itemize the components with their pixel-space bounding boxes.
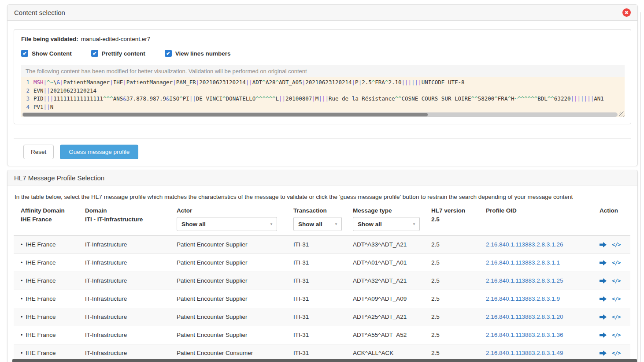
column-message-type: Message type Show all ▼ [352, 206, 430, 236]
cell-actor: Patient Encounter Supplier [176, 290, 292, 308]
view-profile-code-icon[interactable]: </> [612, 313, 621, 320]
profile-selection-header: HL7 Message Profile Selection [7, 170, 637, 186]
code-line: 2EVN||20210623120214 [23, 87, 625, 95]
show-content-checkbox[interactable]: ✔ Show Content [21, 50, 72, 57]
file-label: File being validated: [21, 36, 78, 42]
validate-with-profile-arrow-icon[interactable] [600, 242, 607, 248]
cell-hl7-version: 2.5 [430, 308, 485, 326]
cell-transaction: ITI-31 [292, 272, 352, 290]
checkbox-checked-icon[interactable]: ✔ [165, 50, 172, 57]
cell-transaction: ITI-31 [292, 308, 352, 326]
cell-actor: Patient Encounter Supplier [176, 254, 292, 272]
cell-action: </> [599, 326, 630, 344]
bullet-icon: • [21, 350, 22, 356]
view-profile-code-icon[interactable]: </> [612, 259, 621, 266]
validate-with-profile-arrow-icon[interactable] [600, 314, 607, 320]
cell-message-type: ADT^A55^ADT_A52 [352, 326, 430, 344]
view-profile-code-icon[interactable]: </> [612, 350, 621, 356]
code-line: 3PID|||111111111111111^^^ANS&37.878.987.… [23, 95, 625, 103]
cell-actor: Patient Encounter Supplier [176, 236, 292, 254]
view-profile-code-icon[interactable]: </> [612, 295, 621, 302]
cell-profile-oid: 2.16.840.1.113883.2.8.3.1.26 [485, 236, 599, 254]
line-number: 2 [23, 87, 30, 95]
cell-domain: IT-Infrastructure [84, 326, 176, 344]
cell-message-type: ADT^A09^ADT_A09 [352, 290, 430, 308]
file-content-box: File being validated:manual-edited-conte… [14, 29, 631, 124]
cell-action: </> [599, 290, 630, 308]
table-row[interactable]: •IHE France IT-Infrastructure Patient En… [14, 254, 630, 272]
cell-affinity-domain: •IHE France [14, 254, 84, 272]
code-lines[interactable]: 1MSH|^~\&|PatientManager|IHE|PatientMana… [21, 77, 625, 112]
view-profile-code-icon[interactable]: </> [612, 332, 621, 338]
table-row[interactable]: •IHE France IT-Infrastructure Patient En… [14, 290, 630, 308]
page-horizontal-scrollbar-thumb[interactable] [12, 359, 637, 362]
view-profile-code-icon[interactable]: </> [612, 277, 621, 284]
prettify-content-checkbox[interactable]: ✔ Prettify content [91, 50, 145, 57]
transaction-filter-select[interactable]: Show all ▼ [293, 217, 342, 231]
column-profile-oid: Profile OID [485, 206, 599, 236]
cell-hl7-version: 2.5 [430, 272, 485, 290]
scrollbar-track[interactable] [22, 112, 618, 117]
column-transaction: Transaction Show all ▼ [292, 206, 352, 236]
column-action: Action [599, 206, 630, 236]
table-row[interactable]: •IHE France IT-Infrastructure Patient En… [14, 326, 630, 344]
file-name: manual-edited-content.er7 [81, 36, 151, 42]
profile-oid-link[interactable]: 2.16.840.1.113883.2.8.3.1.1 [486, 259, 560, 266]
profile-oid-link[interactable]: 2.16.840.1.113883.2.8.3.1.25 [486, 277, 563, 284]
cell-hl7-version: 2.5 [430, 290, 485, 308]
view-profile-code-icon[interactable]: </> [612, 241, 621, 248]
validate-with-profile-arrow-icon[interactable] [600, 332, 607, 338]
validate-with-profile-arrow-icon[interactable] [600, 296, 607, 302]
checkbox-checked-icon[interactable]: ✔ [91, 50, 98, 57]
file-being-validated: File being validated:manual-edited-conte… [21, 36, 625, 42]
profile-oid-link[interactable]: 2.16.840.1.113883.2.8.3.1.26 [486, 241, 563, 248]
cell-profile-oid: 2.16.840.1.113883.2.8.3.1.36 [485, 326, 599, 344]
cell-domain: IT-Infrastructure [84, 254, 176, 272]
cell-domain: IT-Infrastructure [84, 272, 176, 290]
column-domain: Domain ITI - IT-Infrastructure [84, 206, 176, 236]
cell-domain: IT-Infrastructure [84, 308, 176, 326]
line-number: 1 [23, 78, 30, 87]
guess-message-profile-button[interactable]: Guess message profile [60, 145, 138, 159]
chevron-down-icon: ▼ [412, 222, 416, 226]
profile-oid-link[interactable]: 2.16.840.1.113883.2.8.3.1.49 [486, 350, 563, 356]
cell-actor: Patient Encounter Supplier [176, 326, 292, 344]
scrollbar-thumb[interactable] [23, 113, 428, 116]
message-type-filter-select[interactable]: Show all ▼ [353, 217, 420, 231]
content-selection-footer: Reset Guess message profile [14, 138, 631, 166]
cell-affinity-domain: •IHE France [14, 290, 84, 308]
resize-handle-icon[interactable] [619, 112, 625, 117]
profile-oid-link[interactable]: 2.16.840.1.113883.2.8.3.1.20 [486, 313, 563, 320]
cell-profile-oid: 2.16.840.1.113883.2.8.3.1.9 [485, 290, 599, 308]
profile-oid-link[interactable]: 2.16.840.1.113883.2.8.3.1.36 [486, 332, 563, 338]
cell-hl7-version: 2.5 [430, 326, 485, 344]
cell-actor: Patient Encounter Supplier [176, 272, 292, 290]
profile-oid-link[interactable]: 2.16.840.1.113883.2.8.3.1.9 [486, 295, 560, 302]
content-selection-body: File being validated:manual-edited-conte… [7, 21, 637, 166]
cell-message-type: ADT^A33^ADT_A21 [352, 236, 430, 254]
close-icon[interactable]: ✖ [622, 8, 631, 17]
validate-with-profile-arrow-icon[interactable] [600, 350, 607, 356]
table-row[interactable]: •IHE France IT-Infrastructure Patient En… [14, 272, 630, 290]
reset-button[interactable]: Reset [23, 145, 54, 159]
code-line: 1MSH|^~\&|PatientManager|IHE|PatientMana… [23, 78, 625, 87]
cell-domain: IT-Infrastructure [84, 236, 176, 254]
table-row[interactable]: •IHE France IT-Infrastructure Patient En… [14, 236, 630, 254]
cell-actor: Patient Encounter Supplier [176, 308, 292, 326]
validate-with-profile-arrow-icon[interactable] [600, 260, 607, 266]
cell-affinity-domain: •IHE France [14, 236, 84, 254]
page-vertical-scrollbar-track[interactable] [640, 12, 641, 362]
chevron-down-icon: ▼ [270, 222, 273, 226]
checkbox-row: ✔ Show Content ✔ Prettify content ✔ View… [21, 50, 625, 57]
profile-selection-body: In the table below, select the HL7 messa… [7, 186, 637, 362]
view-lines-numbers-checkbox[interactable]: ✔ View lines numbers [165, 50, 231, 57]
checkbox-checked-icon[interactable]: ✔ [21, 50, 28, 57]
cell-profile-oid: 2.16.840.1.113883.2.8.3.1.1 [485, 254, 599, 272]
actor-filter-select[interactable]: Show all ▼ [177, 217, 277, 231]
bullet-icon: • [21, 332, 22, 338]
validate-with-profile-arrow-icon[interactable] [600, 278, 607, 284]
cell-profile-oid: 2.16.840.1.113883.2.8.3.1.20 [485, 308, 599, 326]
bullet-icon: • [21, 296, 22, 302]
table-row[interactable]: •IHE France IT-Infrastructure Patient En… [14, 308, 630, 326]
cell-affinity-domain: •IHE France [14, 308, 84, 326]
